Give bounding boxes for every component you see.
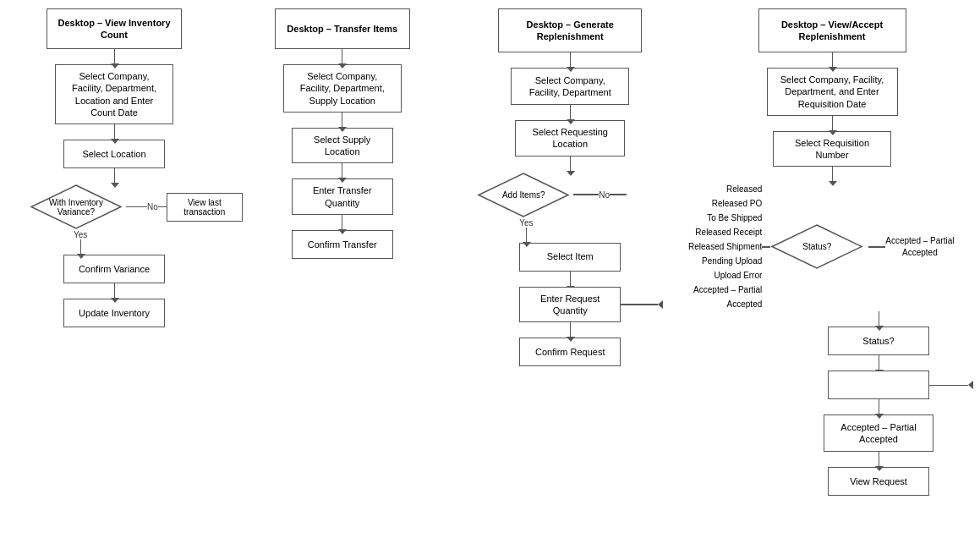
- va-step4-wrapper: [828, 371, 929, 399]
- title-view-accept: Desktop – View/Accept Replenishment: [758, 8, 906, 52]
- no-branch: No View last transaction: [126, 193, 243, 222]
- no-hline: [126, 206, 147, 208]
- column-view-inventory: Desktop – View Inventory Count Select Co…: [4, 8, 224, 327]
- va-status-list: Released Released PO To Be Shipped Relea…: [688, 182, 762, 311]
- arrow-va-1: [832, 52, 833, 68]
- ti-step3: Enter Transfer Quantity: [292, 178, 393, 215]
- va-status-upload-error: Upload Error: [714, 268, 763, 283]
- no-hline2: [158, 206, 167, 208]
- gr-diamond: Add Items?: [477, 172, 570, 218]
- va-status-hline: [762, 246, 770, 248]
- ti-step1: Select Company, Facility, Department, Su…: [283, 64, 402, 113]
- gr-yes-label: Yes: [519, 218, 533, 228]
- ti-step2: Select Supply Location: [292, 128, 393, 164]
- gr-back-hline: [620, 304, 658, 305]
- vi-step3-container: Confirm Variance Update Inventory: [63, 255, 165, 327]
- vi-step1: Select Company, Facility, Department, Lo…: [55, 64, 173, 124]
- va-diamond-col: Status?: [770, 223, 863, 270]
- va-status-released-shipment: Released Shipment: [688, 239, 762, 254]
- arrow-gr-5: [570, 322, 571, 338]
- arrow-ti-2: [342, 113, 342, 128]
- gr-yes-col: Yes: [519, 218, 533, 243]
- arrow-va-7: [879, 452, 879, 467]
- column-view-accept: Desktop – View/Accept Replenishment Sele…: [688, 8, 976, 496]
- gr-back-arrow-head: [658, 300, 663, 309]
- va-status-accepted-partial: Accepted – Partial: [693, 283, 762, 297]
- arrow-ti-3: [342, 163, 342, 178]
- va-back-arrow-head: [968, 381, 973, 389]
- va-back-hline: [928, 385, 968, 387]
- gr-no-hline: [573, 194, 599, 195]
- arrow-gr-3: [570, 156, 571, 172]
- vi-diamond: With Inventory Variance?: [30, 184, 123, 230]
- vi-diamond-text: With Inventory Variance?: [30, 198, 123, 217]
- title-generate-replenishment: Desktop – Generate Replenishment: [498, 8, 642, 52]
- va-partial-hline: [868, 246, 885, 248]
- arrow-va-5: [879, 355, 879, 371]
- vi-step2: Select Location: [63, 140, 165, 168]
- arrow-3: [114, 168, 115, 184]
- flowchart-container: Desktop – View Inventory Count Select Co…: [0, 0, 980, 504]
- yes-label: Yes: [74, 230, 87, 239]
- gr-arrow-yes: [526, 228, 527, 243]
- gr-step3: Select Item: [519, 243, 621, 272]
- va-step4: [828, 371, 929, 399]
- gr-step1: Select Company, Facility, Department: [511, 68, 629, 105]
- vi-step3: Confirm Variance: [63, 255, 165, 283]
- gr-step2: Select Requesting Location: [515, 120, 625, 156]
- arrow-gr-2: [570, 105, 571, 120]
- va-back-arrow: [928, 381, 973, 389]
- no-label: No: [147, 202, 158, 211]
- va-status-accepted: Accepted: [727, 297, 763, 311]
- gr-no-hline2: [610, 194, 627, 195]
- va-diamond-row: Released Released PO To Be Shipped Relea…: [688, 182, 976, 311]
- gr-back-arrow: [620, 300, 663, 309]
- va-step5: Accepted – Partial Accepted: [824, 414, 933, 452]
- diamond-row-1: With Inventory Variance? No View last tr…: [4, 184, 224, 230]
- va-step2: Select Requisition Number: [773, 131, 891, 167]
- arrow-yes: [80, 239, 81, 255]
- arrow-ti-1: [342, 49, 342, 64]
- vi-side-box: View last transaction: [167, 193, 243, 222]
- va-status-to-be-shipped: To Be Shipped: [707, 211, 762, 225]
- column-generate-replenishment: Desktop – Generate Replenishment Select …: [461, 8, 681, 366]
- yes-row: Yes: [4, 230, 224, 255]
- va-step1: Select Company, Facility, Department, an…: [767, 68, 898, 116]
- va-status-released: Released: [726, 182, 762, 196]
- va-status-released-receipt: Released Receipt: [695, 225, 762, 239]
- gr-diamond-text: Add Items?: [494, 190, 554, 200]
- ti-step4: Confirm Transfer: [292, 230, 393, 259]
- gr-diamond-row: Add Items? No: [435, 172, 671, 218]
- title-transfer-items: Desktop – Transfer Items: [275, 8, 410, 49]
- arrow-gr-4: [570, 272, 571, 287]
- va-step3: Status?: [828, 327, 929, 355]
- va-diamond: Status?: [770, 223, 863, 270]
- gr-step4-wrapper: Enter Request Quantity: [519, 287, 621, 323]
- gr-no-branch: No: [573, 190, 627, 200]
- gr-step4: Enter Request Quantity: [519, 287, 621, 323]
- arrow-gr-1: [570, 52, 571, 68]
- va-below-diamond: Status? Accepted – Partial Accepted: [824, 311, 933, 496]
- arrow-ti-4: [342, 215, 342, 230]
- gr-step5: Confirm Request: [519, 338, 621, 366]
- title-view-inventory: Desktop – View Inventory Count: [47, 8, 182, 49]
- arrow-va-6: [879, 399, 879, 414]
- va-partial-label: Accepted – PartialAccepted: [885, 235, 954, 259]
- gr-no-label: No: [599, 190, 610, 200]
- va-partial-branch: Accepted – PartialAccepted: [868, 235, 954, 259]
- gr-yes-row: Yes: [435, 218, 671, 243]
- column-transfer-items: Desktop – Transfer Items Select Company,…: [233, 8, 452, 259]
- arrow-4: [114, 283, 115, 299]
- arrow-2: [114, 124, 115, 140]
- vi-step4: Update Inventory: [63, 299, 165, 327]
- arrow-va-2: [832, 116, 833, 131]
- yes-col: Yes: [74, 230, 87, 255]
- va-step6: View Request: [828, 467, 929, 496]
- arrow-va-4: [879, 311, 879, 327]
- arrow-va-3: [832, 167, 833, 182]
- va-diamond-text: Status?: [794, 242, 840, 251]
- gr-step3-container: Select Item Enter Request Quantity Confi…: [519, 243, 621, 367]
- arrow-1: [114, 49, 115, 64]
- va-status-pending-upload: Pending Upload: [702, 254, 762, 268]
- va-status-released-po: Released PO: [712, 196, 762, 211]
